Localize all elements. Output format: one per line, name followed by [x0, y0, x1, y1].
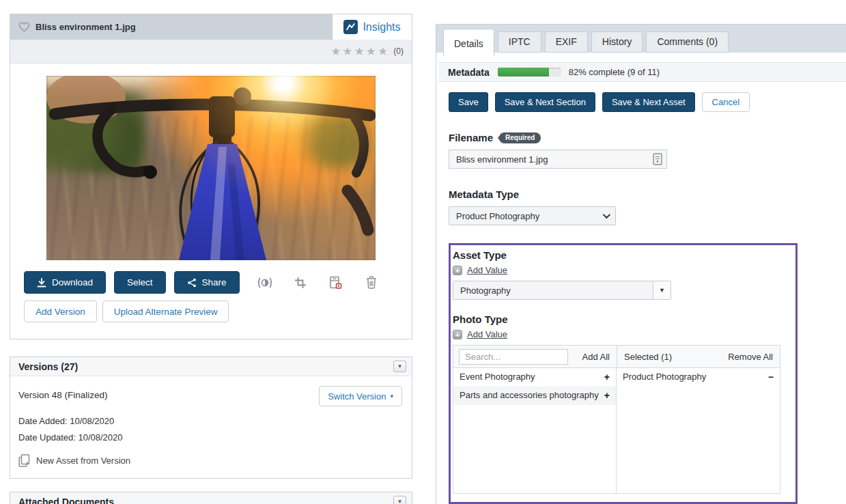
new-asset-from-version-label: New Asset from Version [36, 456, 130, 466]
add-option-icon[interactable]: + [604, 389, 610, 402]
share-label: Share [202, 277, 227, 288]
asset-card: Bliss environment 1.jpg Insights ★★★★★ (… [10, 14, 412, 339]
tab-history[interactable]: History [591, 31, 643, 53]
metadata-progress-fill [498, 68, 549, 76]
asset-header-left: Bliss environment 1.jpg [10, 14, 332, 40]
details-panel: Details IPTC EXIF History Comments (0) M… [436, 24, 846, 504]
progress-track [498, 68, 561, 76]
caret-down-icon: ▾ [390, 393, 393, 400]
switch-version-button[interactable]: Switch Version ▾ [319, 386, 402, 406]
insights-button[interactable]: Insights [332, 14, 412, 40]
selected-list: Product Photography − [617, 368, 780, 493]
rating-count: (0) [393, 46, 404, 56]
download-button[interactable]: Download [24, 271, 106, 294]
share-button[interactable]: Share [174, 271, 240, 294]
add-version-button[interactable]: Add Version [24, 300, 97, 322]
tab-details[interactable]: Details [443, 29, 494, 56]
select-label: Select [127, 277, 153, 288]
select-button[interactable]: Select [114, 271, 166, 294]
preview-area [10, 64, 412, 271]
metadata-progress-bar: Metadata 82% complete (9 of 11) [439, 62, 846, 82]
photo-type-picker: Add All Selected (1) Remove All Event Ph… [453, 345, 780, 494]
add-option-icon[interactable]: + [604, 371, 610, 383]
star-rating[interactable]: ★★★★★ [330, 44, 389, 59]
tab-comments[interactable]: Comments (0) [646, 31, 729, 53]
tab-exif[interactable]: EXIF [545, 31, 588, 53]
metadata-type-select[interactable]: Product Photography [449, 206, 616, 225]
archive-lock-icon[interactable] [326, 272, 346, 293]
search-input[interactable] [459, 349, 568, 365]
save-next-asset-button[interactable]: Save & Next Asset [602, 92, 695, 112]
metadata-type-label: Metadata Type [449, 188, 846, 200]
crop-icon[interactable] [290, 272, 311, 293]
asset-preview-image[interactable] [46, 76, 376, 260]
selected-option-label: Product Photography [623, 371, 768, 383]
asset-type-dropdown[interactable]: Photography ▼ [453, 281, 671, 300]
date-added: Date Added: 10/08/2020 [18, 413, 402, 430]
version-line: Version 48 (Finalized) Switch Version ▾ [18, 386, 402, 406]
asset-header: Bliss environment 1.jpg Insights [10, 14, 412, 40]
selected-header-cell: Selected (1) Remove All [617, 346, 780, 367]
versions-header: Versions (27) ▾ [10, 357, 412, 376]
save-next-section-button[interactable]: Save & Next Section [495, 92, 595, 112]
dropdown-arrow-icon[interactable]: ▼ [653, 281, 671, 299]
attached-documents-header: Attached Documents ▾ [10, 492, 412, 504]
page: Bliss environment 1.jpg Insights ★★★★★ (… [0, 0, 846, 504]
available-header: Add All [453, 346, 617, 367]
filename-field [449, 150, 667, 169]
chart-line-icon [343, 20, 358, 34]
list-item[interactable]: Event Photography + [453, 368, 616, 387]
current-version: Version 48 (Finalized) [18, 386, 108, 400]
attached-documents-card: Attached Documents ▾ [10, 492, 412, 504]
asset-type-add-value-label: Add Value [467, 265, 507, 275]
upload-alternate-preview-button[interactable]: Upload Alternate Preview [102, 300, 229, 322]
metadata-type-value: Product Photography [456, 211, 539, 221]
asset-column: Bliss environment 1.jpg Insights ★★★★★ (… [10, 14, 412, 504]
photo-type-picker-body: Event Photography + Parts and accessorie… [453, 368, 780, 493]
highlighted-field-group: Asset Type + Add Value Photography ▼ Pho… [449, 243, 798, 504]
photo-type-picker-header: Add All Selected (1) Remove All [453, 346, 780, 368]
available-list: Event Photography + Parts and accessorie… [453, 368, 617, 493]
rating-row: ★★★★★ (0) [10, 40, 412, 64]
metadata-complete-text: 82% complete (9 of 11) [569, 67, 660, 77]
remove-option-icon[interactable]: − [768, 371, 774, 383]
save-actions: Save Save & Next Section Save & Next Ass… [449, 92, 846, 112]
new-asset-from-version-button[interactable]: New Asset from Version [18, 454, 402, 467]
chevron-down-icon [603, 211, 610, 219]
asset-secondary-actions: Add Version Upload Alternate Preview [10, 294, 412, 339]
plus-icon: + [453, 266, 462, 275]
list-item[interactable]: Parts and accessories photography + [453, 387, 616, 405]
asset-title: Bliss environment 1.jpg [36, 22, 136, 32]
edit-note-icon[interactable] [653, 153, 662, 165]
save-button[interactable]: Save [449, 92, 488, 112]
visibility-icon[interactable] [255, 272, 275, 293]
heart-icon[interactable] [18, 22, 30, 32]
delete-icon[interactable] [361, 272, 382, 293]
add-all-button[interactable]: Add All [582, 352, 610, 362]
attached-documents-collapse-button[interactable]: ▾ [393, 496, 406, 504]
attached-documents-title: Attached Documents [18, 496, 114, 504]
upload-alternate-preview-label: Upload Alternate Preview [114, 307, 218, 317]
remove-all-button[interactable]: Remove All [728, 352, 773, 362]
cancel-button[interactable]: Cancel [702, 92, 750, 112]
list-item[interactable]: Product Photography − [617, 368, 780, 387]
plus-icon: + [453, 330, 462, 339]
asset-type-add-value[interactable]: + Add Value [453, 265, 787, 275]
tab-iptc[interactable]: IPTC [498, 31, 541, 53]
metadata-form: Save Save & Next Section Save & Next Ass… [436, 82, 846, 504]
asset-type-label: Asset Type [453, 249, 787, 261]
switch-version-label: Switch Version [328, 391, 386, 402]
selected-count-label: Selected (1) [624, 352, 672, 362]
filename-input[interactable] [449, 150, 667, 169]
photo-type-add-value[interactable]: + Add Value [453, 329, 787, 339]
download-icon [37, 278, 46, 288]
asset-type-value: Photography [453, 281, 653, 299]
preview-bike [46, 76, 376, 260]
photo-type-add-value-label: Add Value [467, 329, 507, 339]
share-icon [187, 278, 197, 288]
required-badge: Required [502, 132, 541, 143]
filename-label: Filename [449, 132, 493, 143]
versions-collapse-button[interactable]: ▾ [393, 361, 406, 372]
metadata-label: Metadata [448, 67, 490, 78]
date-updated: Date Updated: 10/08/2020 [18, 430, 402, 446]
